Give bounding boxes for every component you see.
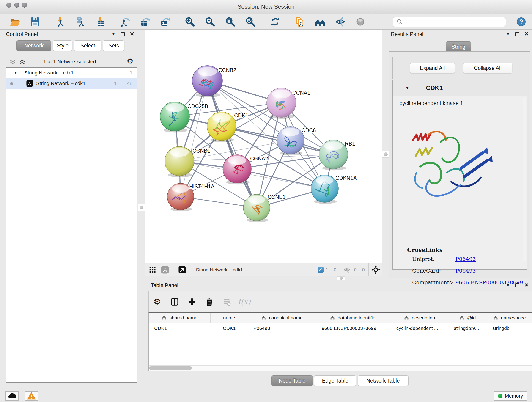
tab-network-table[interactable]: Network Table — [358, 375, 409, 386]
collapse-all-button[interactable]: Collapse All — [463, 63, 512, 73]
table-cell[interactable]: stringdb:9... — [448, 323, 487, 334]
home-network-icon[interactable] — [314, 16, 326, 27]
column-header[interactable]: @id — [448, 313, 487, 323]
crosslink-value-link[interactable]: P06493 — [456, 268, 476, 274]
network-node-RB1[interactable]: RB1 — [319, 140, 355, 170]
network-node-CDK1[interactable]: CDK1 — [207, 112, 248, 142]
zoom-in-icon[interactable] — [184, 16, 196, 27]
tab-edge-table[interactable]: Edge Table — [314, 375, 356, 386]
tab-select[interactable]: Select — [74, 40, 101, 51]
birdseye-grid-icon[interactable] — [147, 264, 158, 275]
network-collection-row[interactable]: ▼ String Network – cdk1 1 — [6, 68, 137, 78]
network-list: ▼ String Network – cdk1 1 String Network… — [6, 67, 137, 383]
expand-all-button[interactable]: Expand All — [410, 63, 455, 73]
delete-column-icon[interactable] — [204, 297, 215, 307]
network-node-CCNA1[interactable]: CCNA1 — [267, 88, 310, 119]
table-panel-close-button[interactable]: ✕ — [524, 282, 529, 288]
results-panel-float-button[interactable] — [515, 32, 519, 36]
table-cell[interactable]: CDK1 — [149, 323, 210, 334]
search-input[interactable] — [404, 19, 503, 25]
table-hscroll-thumb[interactable] — [149, 366, 192, 370]
control-panel-collapse-button[interactable]: ▼ — [111, 32, 116, 36]
network-node-HIST1H1A[interactable]: HIST1H1A — [167, 183, 215, 211]
column-header[interactable]: namespace — [487, 313, 532, 323]
fit-content-crosshair-icon[interactable] — [370, 264, 381, 275]
zoom-selected-icon[interactable] — [245, 16, 256, 27]
table-panel-title: Table Panel — [151, 282, 178, 288]
column-header[interactable]: name — [210, 313, 248, 323]
open-in-window-icon[interactable] — [177, 264, 188, 275]
cdk1-collapse-arrow-icon[interactable]: ▼ — [405, 85, 409, 90]
network-node-CCNB1[interactable]: CCNB1 — [165, 147, 210, 177]
cdk1-section-header[interactable]: ▼ CDK1 — [393, 80, 526, 96]
string-tools-icon[interactable] — [159, 264, 171, 275]
help-icon[interactable]: ? — [515, 16, 527, 27]
network-svg[interactable]: CCNB2 CCNA1 CDC25B CDK1 CDC6 — [145, 30, 382, 263]
table-cell[interactable]: P06493 — [248, 323, 316, 334]
memory-button[interactable]: Memory — [494, 391, 527, 401]
network-edge-count: 48 — [127, 80, 133, 86]
results-scrollbar[interactable] — [523, 97, 526, 261]
column-header[interactable]: shared name — [149, 313, 210, 323]
import-database-icon[interactable] — [74, 16, 86, 27]
hide-panel-eye-icon[interactable] — [335, 16, 346, 27]
network-node-CDKN1A[interactable]: CDKN1A — [311, 175, 357, 204]
table-row[interactable]: CDK1CDK1P064939606.ENSP00000378699cyclin… — [149, 323, 532, 334]
window-titlebar[interactable]: Session: New Session — [0, 0, 532, 14]
crosslink-label: GeneCard: — [412, 268, 441, 274]
export-image-icon[interactable] — [159, 16, 171, 27]
column-header[interactable]: canonical name — [248, 313, 316, 323]
cloud-button[interactable] — [5, 391, 19, 401]
warnings-button[interactable] — [25, 391, 38, 401]
tab-network[interactable]: Network — [17, 40, 51, 51]
table-hscrollbar[interactable] — [149, 365, 532, 370]
crosslink-value-link[interactable]: P06493 — [456, 256, 476, 262]
results-panel-close-button[interactable]: ✕ — [524, 31, 529, 37]
network-row-selected[interactable]: String Network – cdk1 11 48 — [6, 78, 137, 89]
add-column-icon[interactable] — [187, 297, 197, 307]
zoom-out-icon[interactable] — [204, 16, 216, 27]
cdk1-section: ▼ CDK1 cyclin-dependent kinase 1 — [393, 80, 527, 269]
network-edge[interactable] — [207, 81, 257, 208]
search-box[interactable] — [393, 17, 506, 27]
import-table-icon[interactable] — [94, 16, 106, 27]
column-header[interactable]: database identifier — [316, 313, 391, 323]
save-icon[interactable] — [29, 16, 41, 27]
table-panel-float-button[interactable] — [515, 283, 519, 287]
zoom-fit-icon[interactable] — [225, 16, 236, 27]
control-panel-float-button[interactable] — [121, 32, 125, 36]
refresh-icon[interactable] — [269, 16, 281, 27]
left-splitter-handle[interactable] — [138, 204, 145, 211]
network-edge[interactable] — [181, 81, 207, 197]
column-header[interactable]: description — [391, 313, 448, 323]
table-cell[interactable]: cyclin-dependent ... — [391, 323, 448, 334]
results-panel-collapse-button[interactable]: ▼ — [506, 32, 510, 36]
export-table-icon[interactable] — [139, 16, 151, 27]
network-options-gear-icon[interactable]: ⚙ — [127, 57, 133, 65]
table-panel-collapse-button[interactable]: ▼ — [506, 283, 510, 288]
tab-string[interactable]: String — [446, 41, 471, 52]
control-panel-close-button[interactable]: ✕ — [130, 31, 134, 37]
open-folder-icon[interactable] — [9, 16, 21, 27]
tab-sets[interactable]: Sets — [103, 40, 124, 51]
show-columns-icon[interactable] — [169, 297, 180, 307]
network-node-CDC25B[interactable]: CDC25B — [160, 102, 208, 133]
hidden-eye-icon[interactable] — [342, 264, 352, 275]
table-settings-gear-icon[interactable]: ⚙ — [152, 297, 162, 307]
tab-node-table[interactable]: Node Table — [272, 375, 313, 386]
collection-expand-arrow-icon[interactable]: ▼ — [14, 70, 18, 75]
selected-nodes-checkbox[interactable]: ✓ — [317, 267, 323, 273]
table-cell[interactable]: stringdb — [487, 323, 532, 334]
network-canvas[interactable]: CCNB2 CCNA1 CDC25B CDK1 CDC6 — [145, 30, 382, 263]
network-node-CCNE1[interactable]: CCNE1 — [243, 194, 285, 222]
import-network-icon[interactable] — [54, 16, 65, 27]
table-cell[interactable]: 9606.ENSP00000378699 — [316, 323, 391, 334]
tab-style[interactable]: Style — [53, 40, 72, 51]
table-cell[interactable]: CDK1 — [210, 323, 248, 334]
bottom-splitter-handle[interactable] — [337, 276, 345, 280]
export-network-icon[interactable] — [119, 16, 131, 27]
show-panel-eye-icon[interactable] — [355, 16, 366, 27]
network-node-CCNB2[interactable]: CCNB2 — [192, 65, 236, 97]
clone-network-icon[interactable] — [294, 16, 306, 27]
network-node-CCNA2[interactable]: CCNA2 — [223, 155, 268, 185]
